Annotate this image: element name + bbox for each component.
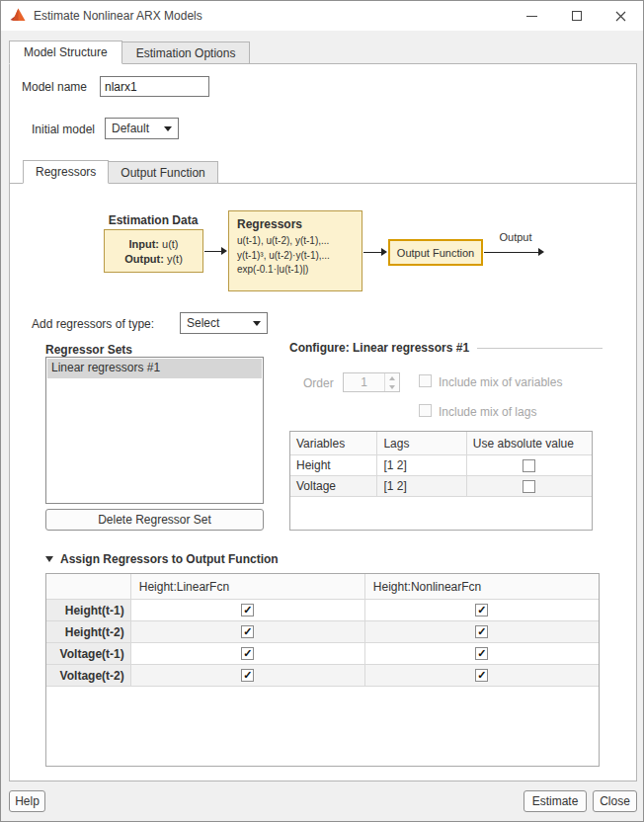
table-corner-cell (46, 574, 131, 600)
assign-checkbox[interactable] (475, 604, 488, 616)
add-regressors-label: Add regressors of type: (32, 317, 154, 331)
estimation-data-title: Estimation Data (94, 213, 212, 227)
table-empty-area (290, 497, 592, 530)
table-cell (467, 476, 592, 497)
table-cell[interactable]: Height (290, 455, 377, 476)
table-row: Height [1 2] (290, 455, 592, 476)
list-item[interactable]: Linear regressors #1 (47, 359, 262, 378)
close-icon (615, 11, 626, 22)
delete-regressor-set-button[interactable]: Delete Regressor Set (45, 509, 264, 531)
initial-model-value: Default (112, 122, 149, 135)
add-regressors-value: Select (187, 316, 219, 330)
assign-checkbox[interactable] (475, 669, 488, 682)
row-header-cell: Height(t-1) (46, 600, 131, 621)
spinner-buttons (384, 373, 399, 391)
table-header-cell: Height:LinearFcn (131, 574, 365, 600)
row-header-cell: Height(t-2) (46, 621, 131, 643)
regressors-box-line: y(t-1)³, u(t-2)·y(t-1),... (237, 249, 354, 264)
regressors-box: Regressors u(t-1), u(t-2), y(t-1),... y(… (228, 210, 362, 291)
structure-subtabs: Regressors Output Function (10, 160, 636, 184)
table-header-cell: Variables (290, 432, 377, 455)
table-header-cell: Lags (377, 432, 466, 455)
table-cell (131, 621, 365, 643)
include-mix-variables-label: Include mix of variables (439, 375, 562, 389)
close-dialog-button[interactable]: Close (593, 790, 637, 812)
assign-checkbox[interactable] (475, 647, 488, 660)
chevron-down-icon (253, 321, 261, 326)
estimation-data-box: Input:u(t) Output:y(t) (104, 229, 203, 273)
assign-checkbox[interactable] (241, 625, 254, 638)
table-row: Height(t-2) (46, 621, 599, 643)
include-mix-lags-label: Include mix of lags (439, 405, 536, 419)
table-cell (467, 455, 592, 476)
use-absolute-value-checkbox[interactable] (523, 480, 535, 493)
initial-model-label: Initial model (32, 123, 95, 136)
table-cell[interactable]: Voltage (290, 476, 377, 497)
maximize-button[interactable] (554, 1, 599, 31)
table-cell[interactable]: [1 2] (377, 455, 466, 476)
regressors-box-title: Regressors (237, 217, 354, 231)
dialog-window: Estimate Nonlinear ARX Models Model Stru… (0, 0, 644, 822)
table-cell (365, 600, 599, 621)
model-name-label: Model name (22, 80, 87, 94)
use-absolute-value-checkbox[interactable] (523, 459, 535, 472)
table-cell (131, 600, 365, 621)
table-cell (131, 665, 365, 687)
matlab-icon (10, 7, 26, 26)
minimize-icon (526, 11, 537, 22)
configure-title: Configure: Linear regressors #1 (289, 341, 469, 355)
table-row: Voltage(t-1) (46, 643, 599, 665)
configure-table: Variables Lags Use absolute value Height… (289, 431, 593, 531)
help-button[interactable]: Help (9, 790, 45, 812)
model-name-input[interactable] (100, 76, 209, 97)
order-spinner[interactable]: 1 (343, 372, 400, 392)
table-row: Voltage [1 2] (290, 476, 592, 497)
arrow-right-icon (204, 247, 227, 256)
table-cell[interactable]: [1 2] (377, 476, 466, 497)
estimate-button[interactable]: Estimate (523, 790, 587, 812)
collapse-triangle-icon (45, 556, 53, 562)
initial-model-dropdown[interactable]: Default (105, 118, 179, 139)
subtab-output-function[interactable]: Output Function (108, 161, 217, 183)
chevron-down-icon (164, 126, 172, 131)
title-bar: Estimate Nonlinear ARX Models (1, 1, 643, 31)
add-regressors-dropdown[interactable]: Select (180, 312, 268, 334)
assign-checkbox[interactable] (475, 625, 488, 638)
table-cell (365, 621, 599, 643)
assign-section-toggle[interactable]: Assign Regressors to Output Function (45, 552, 279, 566)
triangle-down-icon (389, 385, 395, 389)
include-mix-variables-checkbox[interactable] (419, 374, 432, 387)
configure-header: Configure: Linear regressors #1 (289, 341, 603, 355)
assign-section-title: Assign Regressors to Output Function (60, 552, 279, 566)
estimation-data-input-line: Input:u(t) (128, 238, 178, 250)
regressors-box-line: exp(-0.1·|u(t-1)|) (237, 263, 354, 278)
table-row: Voltage(t-2) (46, 665, 599, 687)
table-cell (131, 643, 365, 665)
output-arrow-label: Output (491, 231, 540, 243)
include-mix-lags-checkbox[interactable] (419, 404, 432, 417)
spinner-down-button[interactable] (385, 382, 399, 391)
row-header-cell: Voltage(t-2) (46, 665, 131, 687)
subtab-regressors[interactable]: Regressors (23, 160, 109, 184)
table-cell (365, 665, 599, 687)
regressor-sets-title: Regressor Sets (45, 343, 132, 357)
spinner-up-button[interactable] (385, 373, 399, 382)
maximize-icon (572, 11, 582, 21)
tab-model-structure[interactable]: Model Structure (9, 41, 122, 64)
regressor-sets-list[interactable]: Linear regressors #1 (45, 357, 264, 504)
order-value: 1 (344, 373, 384, 391)
output-function-box: Output Function (388, 239, 483, 266)
order-label: Order (303, 376, 334, 390)
arrow-right-icon (363, 248, 387, 257)
divider (477, 348, 603, 349)
assign-checkbox[interactable] (241, 669, 254, 682)
assign-checkbox[interactable] (241, 604, 254, 616)
close-button[interactable] (599, 1, 643, 31)
assign-checkbox[interactable] (241, 647, 254, 660)
row-header-cell: Voltage(t-1) (46, 643, 131, 665)
minimize-button[interactable] (510, 1, 554, 31)
table-header-row: Height:LinearFcn Height:NonlinearFcn (46, 574, 599, 600)
triangle-up-icon (389, 376, 395, 380)
tab-estimation-options[interactable]: Estimation Options (121, 41, 251, 64)
model-structure-panel: Model name Initial model Default Regress… (9, 63, 637, 781)
